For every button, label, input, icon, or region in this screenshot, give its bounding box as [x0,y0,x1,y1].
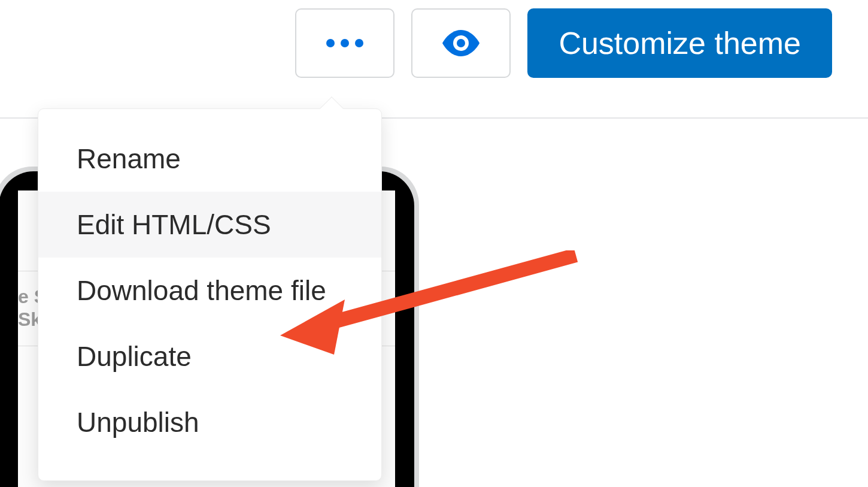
menu-item-edit-html-css[interactable]: Edit HTML/CSS [38,192,381,258]
menu-item-duplicate[interactable]: Duplicate [38,323,381,389]
eye-icon [442,30,479,56]
dropdown-caret-icon [320,96,344,120]
menu-item-rename[interactable]: Rename [38,126,381,192]
svg-point-1 [457,39,465,47]
customize-theme-button[interactable]: Customize theme [527,8,832,78]
menu-item-download-theme-file[interactable]: Download theme file [38,258,381,323]
menu-item-label: Duplicate [77,341,192,372]
menu-item-label: Edit HTML/CSS [77,209,271,240]
menu-item-unpublish[interactable]: Unpublish [38,389,381,455]
more-actions-menu: Rename Edit HTML/CSS Download theme file… [38,108,382,481]
menu-item-label: Unpublish [77,407,199,438]
menu-item-label: Rename [77,143,181,174]
preview-button[interactable] [411,8,511,78]
menu-item-label: Download theme file [77,275,326,306]
more-icon [326,39,363,47]
theme-toolbar: Customize theme [295,8,832,78]
customize-theme-label: Customize theme [559,25,801,61]
more-actions-button[interactable] [295,8,394,78]
